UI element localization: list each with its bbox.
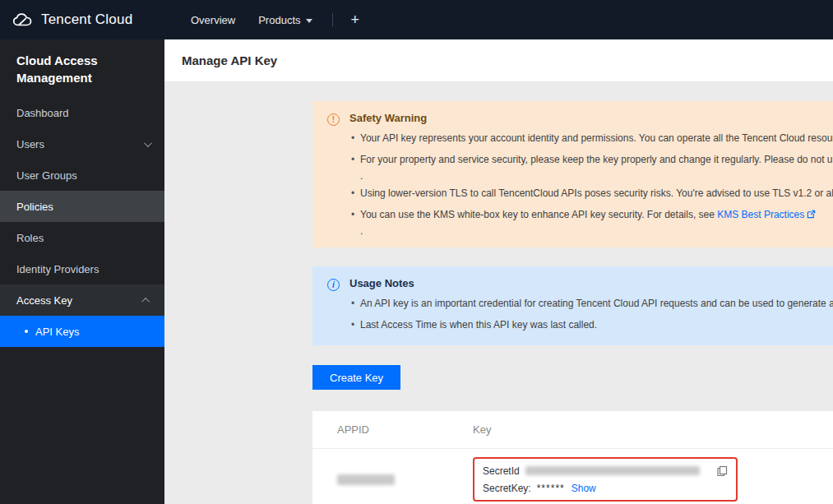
create-key-button[interactable]: Create Key bbox=[312, 365, 400, 390]
warning-bullet-continuation: . bbox=[349, 225, 833, 238]
sidebar-item-label: Roles bbox=[16, 232, 44, 244]
main-area: Manage API Key ! Safety Warning Your API… bbox=[164, 39, 833, 504]
usage-bullet: Last Access Time is when this API key wa… bbox=[349, 314, 833, 335]
safety-warning-alert: ! Safety Warning Your API key represents… bbox=[312, 101, 833, 247]
key-cell: SecretId SecretKey: ****** Show bbox=[473, 457, 833, 502]
sidebar-item-label: Identity Providers bbox=[16, 263, 99, 275]
red-highlight-box: SecretId SecretKey: ****** Show bbox=[473, 457, 738, 502]
nav-products-label: Products bbox=[258, 14, 300, 26]
nav-overview-label: Overview bbox=[191, 14, 235, 26]
usage-notes-alert: i Usage Notes An API key is an important… bbox=[312, 266, 833, 345]
column-header-appid: APPID bbox=[337, 423, 473, 436]
chevron-down-icon bbox=[144, 139, 152, 147]
safety-warning-title: Safety Warning bbox=[349, 112, 833, 124]
sidebar-title: Cloud Access Management bbox=[0, 39, 164, 97]
sidebar-item-label: Policies bbox=[16, 201, 53, 213]
column-header-key: Key bbox=[473, 423, 833, 436]
sidebar-item-label: Users bbox=[16, 138, 44, 150]
warning-bullet: You can use the KMS white-box key to enh… bbox=[349, 204, 833, 225]
page-title: Manage API Key bbox=[182, 53, 277, 67]
show-secret-key-link[interactable]: Show bbox=[572, 483, 596, 494]
sidebar-item-label: Access Key bbox=[16, 294, 72, 307]
secret-id-line: SecretId bbox=[483, 462, 728, 479]
add-tab-button[interactable]: + bbox=[341, 12, 370, 29]
sidebar: Cloud Access Management Dashboard Users … bbox=[0, 39, 164, 504]
table-row: SecretId SecretKey: ****** Show bbox=[312, 449, 833, 504]
sidebar-item-user-groups[interactable]: User Groups bbox=[0, 160, 164, 191]
table-header: APPID Key bbox=[312, 411, 833, 449]
sidebar-item-access-key[interactable]: Access Key bbox=[0, 284, 164, 316]
chevron-up-icon bbox=[141, 297, 150, 305]
external-link-icon bbox=[807, 210, 816, 219]
sidebar-item-dashboard[interactable]: Dashboard bbox=[0, 97, 164, 128]
tencent-cloud-logo-icon bbox=[12, 12, 34, 27]
nav-overview[interactable]: Overview bbox=[179, 0, 247, 39]
sidebar-item-users[interactable]: Users bbox=[0, 128, 164, 160]
sidebar-item-label: Dashboard bbox=[16, 107, 69, 119]
chevron-down-icon bbox=[306, 19, 312, 23]
bullet-dot-icon bbox=[25, 330, 28, 333]
page-header: Manage API Key bbox=[164, 39, 833, 82]
sidebar-item-label: User Groups bbox=[16, 169, 77, 182]
sidebar-subitem-api-keys[interactable]: API Keys bbox=[0, 316, 164, 347]
secret-key-line: SecretKey: ****** Show bbox=[483, 479, 728, 497]
usage-notes-title: Usage Notes bbox=[349, 277, 833, 289]
warning-bullet: Your API key represents your account ide… bbox=[349, 127, 833, 149]
sidebar-item-identity-providers[interactable]: Identity Providers bbox=[0, 253, 164, 284]
topbar: Tencent Cloud Overview Products + bbox=[0, 0, 833, 39]
warning-bullet-continuation: . bbox=[349, 170, 833, 183]
brand-text: Tencent Cloud bbox=[41, 12, 132, 28]
content-area: ! Safety Warning Your API key represents… bbox=[164, 82, 833, 504]
secret-key-label: SecretKey: bbox=[483, 483, 531, 494]
kms-best-practices-link[interactable]: KMS Best Practices bbox=[717, 209, 804, 220]
api-key-table: APPID Key SecretId SecretKey: bbox=[312, 411, 833, 504]
sidebar-item-roles[interactable]: Roles bbox=[0, 222, 164, 253]
blurred-secret-id-value bbox=[525, 466, 700, 475]
sidebar-item-policies[interactable]: Policies bbox=[0, 191, 164, 222]
appid-cell bbox=[337, 474, 473, 485]
warning-bullet: Using lower-version TLS to call TencentC… bbox=[349, 183, 833, 204]
info-icon: i bbox=[327, 279, 340, 291]
nav-products[interactable]: Products bbox=[247, 0, 323, 39]
warning-icon: ! bbox=[327, 113, 340, 126]
sidebar-subitem-label: API Keys bbox=[35, 326, 79, 338]
topnav: Overview Products + bbox=[179, 0, 369, 39]
warning-bullet: For your property and service security, … bbox=[349, 149, 833, 170]
blurred-appid-value bbox=[337, 474, 395, 485]
brand[interactable]: Tencent Cloud bbox=[0, 12, 164, 28]
warning-bullet-text: You can use the KMS white-box key to enh… bbox=[360, 209, 717, 220]
usage-bullet: An API key is an important credential fo… bbox=[349, 293, 833, 314]
copy-icon[interactable] bbox=[716, 465, 728, 477]
secret-id-label: SecretId bbox=[483, 465, 520, 477]
nav-separator bbox=[332, 13, 333, 26]
masked-secret-key: ****** bbox=[537, 483, 565, 494]
